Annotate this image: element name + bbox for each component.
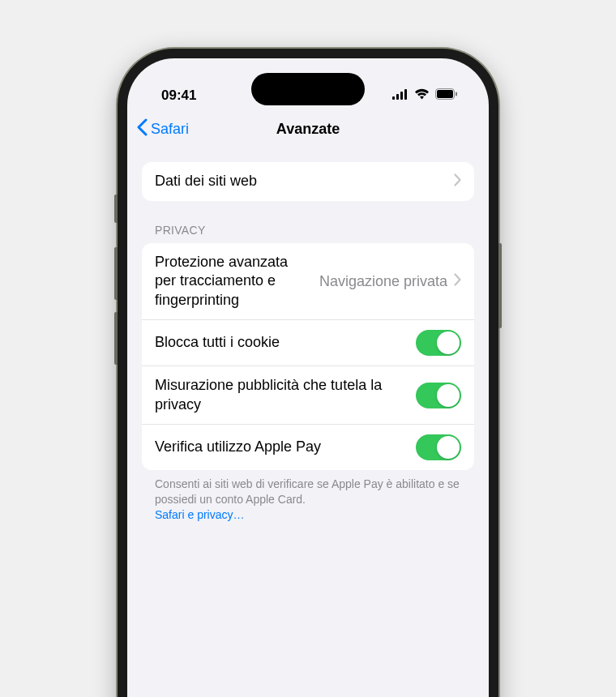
status-time: 09:41 — [161, 88, 196, 104]
status-icons — [392, 88, 458, 104]
settings-group-general: Dati dei siti web — [142, 162, 474, 201]
content: Dati dei siti web Privacy Protezione ava… — [127, 149, 489, 523]
power-button — [498, 243, 502, 328]
svg-rect-1 — [396, 94, 399, 100]
back-button[interactable]: Safari — [137, 118, 189, 140]
row-label: Misurazione pubblicità che tutela la pri… — [155, 376, 409, 414]
row-block-cookies: Blocca tutti i cookie — [142, 319, 474, 366]
row-label: Blocca tutti i cookie — [155, 333, 409, 352]
chevron-right-icon — [454, 173, 461, 190]
cellular-icon — [392, 88, 409, 104]
row-apple-pay-check: Verifica utilizzo Apple Pay — [142, 424, 474, 470]
svg-rect-6 — [456, 92, 457, 96]
side-buttons-right — [498, 243, 502, 328]
footer-text: Consenti ai siti web di verificare se Ap… — [142, 470, 474, 523]
toggle-apple-pay-check[interactable] — [416, 434, 461, 460]
nav-bar: Safari Avanzate — [127, 109, 489, 149]
chevron-right-icon — [454, 273, 461, 290]
toggle-ad-measurement[interactable] — [416, 383, 461, 408]
row-label: Dati dei siti web — [155, 172, 447, 190]
volume-down-button — [114, 312, 118, 365]
svg-rect-3 — [404, 89, 407, 100]
toggle-block-cookies[interactable] — [416, 330, 461, 356]
chevron-left-icon — [137, 118, 148, 140]
row-value: Navigazione privata — [319, 273, 447, 290]
footer-description: Consenti ai siti web di verificare se Ap… — [155, 477, 460, 506]
group-header-privacy: Privacy — [142, 201, 474, 243]
footer-link-privacy[interactable]: Safari e privacy… — [155, 508, 244, 521]
svg-rect-5 — [437, 90, 453, 98]
phone-frame: 09:41 Safari Avanzate — [118, 49, 498, 697]
settings-group-privacy: Protezione avanzata per tracciamento e f… — [142, 243, 474, 470]
row-label: Verifica utilizzo Apple Pay — [155, 438, 409, 456]
row-tracking-protection[interactable]: Protezione avanzata per tracciamento e f… — [142, 243, 474, 319]
row-ad-measurement: Misurazione pubblicità che tutela la pri… — [142, 366, 474, 424]
row-website-data[interactable]: Dati dei siti web — [142, 162, 474, 201]
svg-rect-0 — [392, 96, 395, 100]
volume-up-button — [114, 247, 118, 300]
wifi-icon — [414, 88, 430, 104]
silence-switch — [114, 195, 118, 223]
row-label: Protezione avanzata per tracciamento e f… — [155, 253, 313, 310]
svg-rect-2 — [400, 92, 403, 100]
battery-icon — [435, 88, 458, 104]
screen: 09:41 Safari Avanzate — [127, 58, 489, 697]
back-label: Safari — [151, 121, 189, 138]
dynamic-island — [251, 73, 365, 105]
